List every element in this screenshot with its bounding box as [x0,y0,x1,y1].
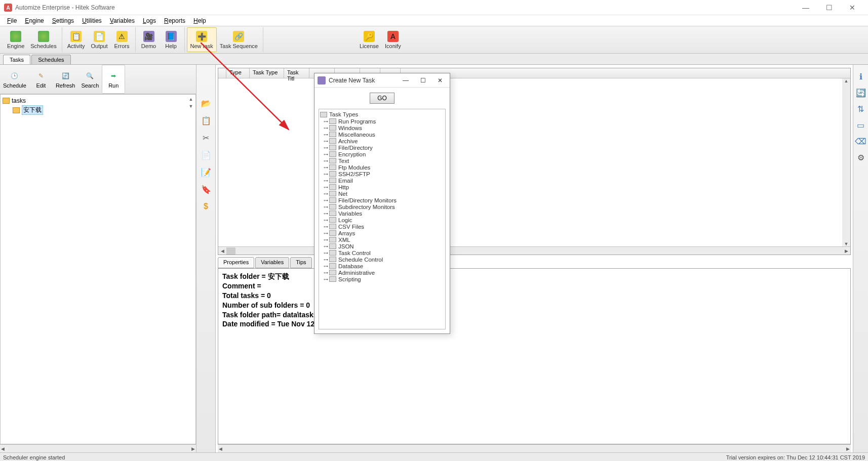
task-type-node[interactable]: ⊶Miscellaneous [323,131,444,138]
tree-node-child[interactable]: 安下载 [13,105,193,115]
license-button[interactable]: 🔑License [357,27,382,52]
tab-schedules[interactable]: Schedules [31,55,70,64]
tree-up-icon[interactable]: ▲ [187,96,194,103]
run-button[interactable]: ➡Run [102,65,125,94]
refresh-button[interactable]: 🔄Refresh [53,65,78,94]
expand-icon[interactable]: ⊶ [323,191,328,196]
task-type-node[interactable]: ⊶XML [323,236,444,243]
tree-down-icon[interactable]: ▼ [187,103,194,110]
task-type-node[interactable]: ⊶File/Directory Monitors [323,197,444,203]
grid-hscroll[interactable]: ◀▶ [218,246,850,255]
expand-icon[interactable]: ⊶ [323,211,328,216]
open-folder-icon[interactable]: 📂 [200,97,212,109]
expand-icon[interactable]: ⊶ [323,250,328,256]
schedules-button[interactable]: Schedules [27,27,59,52]
expand-icon[interactable]: ⊶ [323,224,328,229]
menu-variables[interactable]: Variables [106,16,139,25]
expand-icon[interactable]: ⊶ [323,244,328,249]
menu-file[interactable]: File [3,16,21,25]
search-button[interactable]: 🔍Search [78,65,102,94]
menu-reports[interactable]: Reports [160,16,189,25]
expand-icon[interactable]: ⊶ [323,198,328,203]
dollar-icon[interactable]: $ [200,200,212,213]
copy-icon[interactable]: 📋 [200,114,212,127]
expand-icon[interactable]: ⊶ [323,178,328,183]
paste-icon[interactable]: 📄 [200,149,212,161]
expand-icon[interactable]: ⊶ [323,218,328,223]
expand-icon[interactable]: ⊶ [323,204,328,209]
dialog-minimize[interactable]: — [397,74,414,87]
tab-tasks[interactable]: Tasks [3,55,30,64]
col-tasktitle[interactable]: Task Titl [284,68,309,78]
expand-icon[interactable]: ⊶ [323,132,328,137]
output-button[interactable]: 📄Output [88,27,110,52]
task-type-node[interactable]: ⊶Task Control [323,249,444,256]
task-type-node[interactable]: ⊶Variables [323,210,444,217]
menu-utilities[interactable]: Utilities [78,16,106,25]
task-type-node[interactable]: ⊶Scripting [323,276,444,282]
mark-icon[interactable]: 🔖 [200,183,212,195]
task-sequence-button[interactable]: 🔗Task Sequence [217,27,261,52]
expand-icon[interactable]: ⊶ [323,237,328,242]
cut-icon[interactable]: ✂ [200,132,212,144]
window-icon[interactable]: ▭ [855,119,866,131]
demo-button[interactable]: 🎥Demo [138,27,160,52]
menu-help[interactable]: Help [189,16,210,25]
right-bottom-scroll[interactable]: ◀▶ [218,444,851,452]
window-minimize[interactable]: — [794,0,817,15]
expand-icon[interactable]: ⊶ [323,185,328,190]
task-type-node[interactable]: ⊶Administrative [323,269,444,276]
left-scrollbar[interactable]: ◀▶ [0,444,196,452]
tab-variables[interactable]: Variables [255,257,289,268]
task-type-node[interactable]: ⊶Email [323,177,444,184]
expand-icon[interactable]: ⊶ [323,277,328,282]
task-type-node[interactable]: ⊶Schedule Control [323,256,444,263]
sort-arrows-icon[interactable]: ⇅ [855,103,866,114]
task-type-node[interactable]: ⊶Ftp Modules [323,164,444,171]
col-tasktype[interactable]: Task Type [250,68,284,78]
task-type-node[interactable]: ⊶JSON [323,243,444,249]
tab-properties[interactable]: Properties [218,257,254,268]
tree-root-task-types[interactable]: Task Types [320,111,444,118]
task-type-node[interactable]: ⊶CSV Files [323,223,444,230]
dialog-close[interactable]: ✕ [431,74,449,87]
expand-icon[interactable]: ⊶ [323,158,328,163]
task-type-node[interactable]: ⊶Logic [323,217,444,223]
menu-logs[interactable]: Logs [139,16,160,25]
edit-button[interactable]: ✎Edit [29,65,53,94]
expand-icon[interactable]: ⊶ [323,257,328,262]
menu-settings[interactable]: Settings [48,16,78,25]
expand-icon[interactable]: ⊶ [323,125,328,131]
expand-icon[interactable]: ⊶ [323,165,328,170]
task-type-node[interactable]: ⊶Net [323,190,444,197]
grid-vscroll[interactable]: ▲▼ [842,78,850,246]
engine-button[interactable]: Engine [4,27,27,52]
refresh-right-icon[interactable]: 🔄 [855,87,866,98]
tab-tips[interactable]: Tips [290,257,311,268]
task-type-node[interactable]: ⊶Encryption [323,151,444,157]
task-type-node[interactable]: ⊶SSH2/SFTP [323,171,444,177]
new-task-button[interactable]: ➕New task [187,27,217,52]
task-type-node[interactable]: ⊶Windows [323,124,444,131]
activity-button[interactable]: 📋Activity [64,27,88,52]
task-type-node[interactable]: ⊶Arrays [323,230,444,236]
dialog-maximize[interactable]: ☐ [414,74,431,87]
expand-icon[interactable]: ⊶ [323,172,328,177]
dialog-titlebar[interactable]: Create New Task — ☐ ✕ [314,73,450,88]
window-close[interactable]: ✕ [841,0,864,15]
expand-icon[interactable]: ⊶ [323,119,328,124]
task-type-node[interactable]: ⊶File/Directory [323,144,444,151]
expand-icon[interactable]: ⊶ [323,152,328,157]
help-button[interactable]: 📘Help [160,27,182,52]
col-blank[interactable] [218,68,226,78]
go-button[interactable]: GO [370,93,394,104]
expand-icon[interactable]: ⊶ [323,231,328,236]
tree-root-tasks[interactable]: tasks [3,97,193,105]
task-type-node[interactable]: ⊶Http [323,184,444,190]
errors-button[interactable]: ⚠Errors [111,27,133,52]
expand-icon[interactable]: ⊶ [323,264,328,269]
task-type-node[interactable]: ⊶Archive [323,138,444,144]
task-type-node[interactable]: ⊶Subdirectory Monitors [323,203,444,210]
eraser-icon[interactable]: ⌫ [855,136,866,147]
edit-note-icon[interactable]: 📝 [200,166,212,178]
